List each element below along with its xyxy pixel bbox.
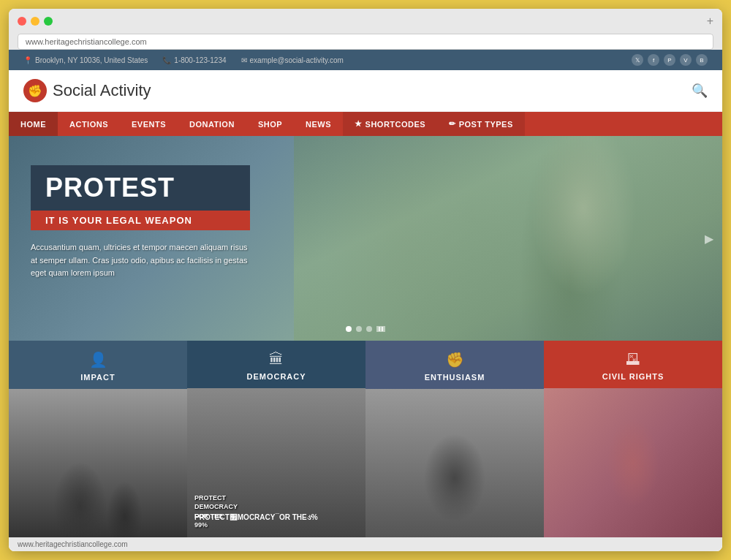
site-logo[interactable]: ✊ Social Activity (23, 79, 151, 102)
card-democracy[interactable]: 🏛 DEMOCRACY PROTECTDEMOCRACYFOR THE99% (187, 341, 366, 537)
card-impact-label: IMPACT (80, 373, 115, 382)
card-enthusiasm-label: ENTHUSIASM (425, 373, 485, 382)
nav-news[interactable]: NEWS (294, 112, 343, 136)
email-info: ✉ example@social-activity.com (241, 56, 344, 64)
democracy-icon: 🏛 (269, 351, 284, 368)
pause-bar-left (379, 327, 380, 331)
card-impact[interactable]: 👤 IMPACT (9, 341, 187, 537)
address-bar[interactable] (18, 34, 713, 50)
slider-pause-button[interactable] (376, 326, 385, 332)
nav-events[interactable]: EVENTS (120, 112, 178, 136)
nav-home[interactable]: HOME (9, 112, 58, 136)
bottom-status-bar: www.heritagechristiancollege.com (9, 537, 722, 551)
card-enthusiasm-image (366, 389, 544, 537)
site-header: ✊ Social Activity 🔍 (9, 70, 722, 112)
close-button[interactable] (18, 17, 26, 26)
civil-rights-icon: 🗳 (626, 351, 640, 368)
minimize-button[interactable] (31, 17, 39, 26)
pause-bar-right (382, 327, 383, 331)
nav-shop[interactable]: SHOP (246, 112, 294, 136)
logo-icon: ✊ (23, 79, 47, 102)
status-url: www.heritagechristiancollege.com (18, 540, 128, 548)
pencil-icon: ✏ (449, 119, 456, 129)
browser-chrome: + (9, 9, 722, 50)
email-icon: ✉ (241, 56, 247, 64)
hero-title-box: PROTEST (31, 165, 250, 211)
location-icon: 📍 (23, 56, 32, 64)
twitter-icon[interactable]: 𝕏 (632, 54, 643, 66)
browser-buttons: + (18, 15, 713, 28)
card-enthusiasm-header: ✊ ENTHUSIASM (366, 341, 544, 389)
card-impact-image (9, 389, 187, 537)
card-civil-rights-header: 🗳 CIVIL RIGHTS (544, 341, 722, 388)
star-icon: ★ (355, 119, 363, 129)
address-info: 📍 Brooklyn, NY 10036, United States (23, 56, 148, 64)
card-democracy-header: 🏛 DEMOCRACY (187, 341, 366, 388)
impact-icon: 👤 (89, 351, 107, 368)
behance-icon[interactable]: B (696, 54, 708, 66)
vimeo-icon[interactable]: V (680, 54, 692, 66)
hero-subtitle: IT IS YOUR LEGAL WEAPON (45, 215, 235, 226)
card-impact-header: 👤 IMPACT (9, 341, 187, 389)
slider-next-arrow[interactable]: ▶ (705, 232, 713, 246)
card-civil-rights-image (544, 388, 722, 537)
maximize-button[interactable] (44, 17, 53, 26)
card-civil-rights-label: CIVIL RIGHTS (602, 372, 664, 381)
hero-subtitle-box: IT IS YOUR LEGAL WEAPON (31, 211, 250, 230)
slider-dot-3[interactable] (366, 326, 372, 332)
nav-donation[interactable]: DONATION (178, 112, 246, 136)
card-democracy-label: DEMOCRACY (246, 372, 306, 381)
social-links: 𝕏 f P V B (632, 54, 708, 66)
new-tab-button[interactable]: + (707, 15, 713, 28)
hero-section: PROTEST IT IS YOUR LEGAL WEAPON Accusant… (9, 136, 722, 341)
hero-body-text: Accusantium quam, ultricies et tempor ma… (31, 241, 250, 280)
pinterest-icon[interactable]: P (664, 54, 675, 66)
phone-icon: 📞 (162, 56, 171, 64)
search-icon[interactable]: 🔍 (692, 83, 708, 99)
nav-shortcodes[interactable]: ★ SHORTCODES (343, 112, 437, 136)
main-navigation: HOME ACTIONS EVENTS DONATION SHOP NEWS ★… (9, 112, 722, 136)
browser-window: + 📍 Brooklyn, NY 10036, United States 📞 … (9, 9, 722, 551)
enthusiasm-icon: ✊ (446, 351, 464, 368)
hero-title: PROTEST (45, 173, 235, 203)
phone-info: 📞 1-800-123-1234 (162, 56, 226, 64)
hero-figure (430, 136, 686, 341)
slider-dots (346, 326, 385, 332)
slider-dot-2[interactable] (356, 326, 362, 332)
card-enthusiasm[interactable]: ✊ ENTHUSIASM (366, 341, 544, 537)
card-civil-rights[interactable]: 🗳 CIVIL RIGHTS (544, 341, 722, 537)
card-democracy-image: PROTECTDEMOCRACYFOR THE99% (187, 388, 366, 537)
nav-post-types[interactable]: ✏ POST TYPES (437, 112, 525, 136)
hero-content: PROTEST IT IS YOUR LEGAL WEAPON Accusant… (31, 165, 250, 280)
category-cards: 👤 IMPACT 🏛 DEMOCRACY PROTECTDEMOCRACYFOR… (9, 341, 722, 537)
site-title: Social Activity (53, 81, 151, 100)
slider-dot-1[interactable] (346, 326, 352, 332)
top-bar: 📍 Brooklyn, NY 10036, United States 📞 1-… (9, 50, 722, 70)
nav-actions[interactable]: ACTIONS (58, 112, 120, 136)
facebook-icon[interactable]: f (648, 54, 659, 66)
website-content: 📍 Brooklyn, NY 10036, United States 📞 1-… (9, 50, 722, 551)
